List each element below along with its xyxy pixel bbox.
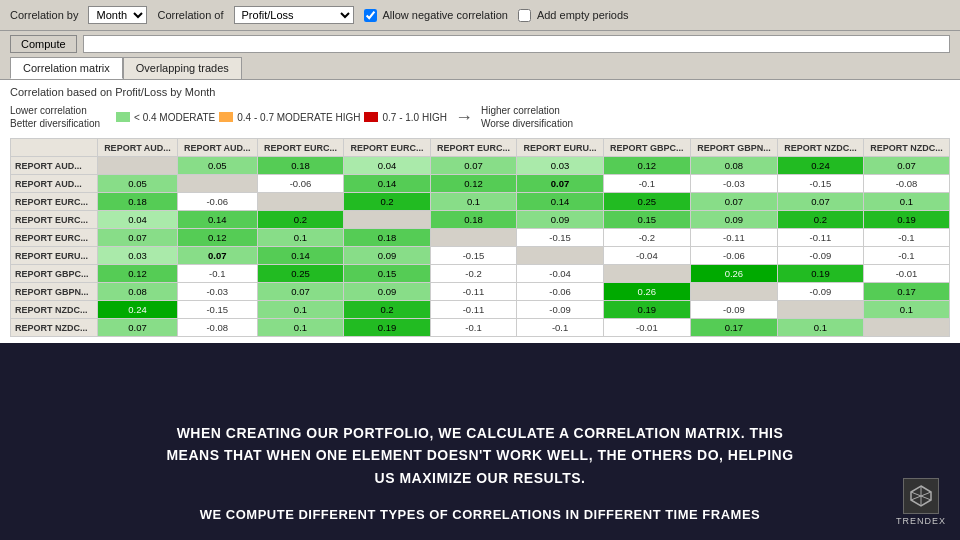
cell-5-1: 0.07 — [98, 229, 178, 247]
cell-1-4: 0.04 — [344, 157, 431, 175]
correlation-matrix-table: REPORT AUD... REPORT AUD... REPORT EURC.… — [10, 138, 950, 337]
cell-6-8: -0.06 — [690, 247, 777, 265]
cell-8-1: 0.08 — [98, 283, 178, 301]
cell-6-10: -0.1 — [863, 247, 949, 265]
cell-2-10: -0.08 — [863, 175, 949, 193]
matrix-header-row: REPORT AUD... REPORT AUD... REPORT EURC.… — [11, 139, 950, 157]
row-label-2: REPORT AUD... — [11, 175, 98, 193]
correlation-of-select[interactable]: Profit/Loss — [234, 6, 354, 24]
cell-10-7: -0.01 — [603, 319, 690, 337]
cell-4-8: 0.09 — [690, 211, 777, 229]
cell-2-3: -0.06 — [257, 175, 344, 193]
cell-2-9: -0.15 — [777, 175, 863, 193]
cell-1-2: 0.05 — [177, 157, 257, 175]
table-row: REPORT NZDC... 0.24 -0.15 0.1 0.2 -0.11 … — [11, 301, 950, 319]
cell-1-1 — [98, 157, 178, 175]
better-diversification-label: Better diversification — [10, 117, 100, 130]
cell-10-4: 0.19 — [344, 319, 431, 337]
cell-6-9: -0.09 — [777, 247, 863, 265]
cell-9-3: 0.1 — [257, 301, 344, 319]
header-nzdc1: REPORT NZDC... — [777, 139, 863, 157]
sub-description-text: WE COMPUTE DIFFERENT TYPES OF CORRELATIO… — [80, 507, 880, 522]
cell-4-3: 0.2 — [257, 211, 344, 229]
row-label-6: REPORT EURU... — [11, 247, 98, 265]
cell-6-6 — [517, 247, 604, 265]
lower-correlation-label: Lower correlation — [10, 104, 100, 117]
cell-10-8: 0.17 — [690, 319, 777, 337]
row-label-4: REPORT EURC... — [11, 211, 98, 229]
correlation-subtitle: Correlation based on Profit/Loss by Mont… — [10, 86, 950, 98]
cell-9-1: 0.24 — [98, 301, 178, 319]
logo-icon — [903, 478, 939, 514]
toolbar-row2: Compute — [0, 31, 960, 57]
cell-10-3: 0.1 — [257, 319, 344, 337]
cell-8-3: 0.07 — [257, 283, 344, 301]
worse-diversification-label: Worse diversification — [481, 117, 573, 130]
cell-7-4: 0.15 — [344, 265, 431, 283]
cell-5-7: -0.2 — [603, 229, 690, 247]
table-row: REPORT AUD... 0.05 0.18 0.04 0.07 0.03 0… — [11, 157, 950, 175]
table-row: REPORT GBPC... 0.12 -0.1 0.25 0.15 -0.2 … — [11, 265, 950, 283]
allow-negative-checkbox[interactable] — [364, 9, 377, 22]
table-row: REPORT EURC... 0.07 0.12 0.1 0.18 -0.15 … — [11, 229, 950, 247]
cell-8-5: -0.11 — [430, 283, 517, 301]
cell-6-7: -0.04 — [603, 247, 690, 265]
legend-modhigh-box — [219, 112, 233, 122]
header-eurc3: REPORT EURC... — [430, 139, 517, 157]
cell-8-2: -0.03 — [177, 283, 257, 301]
legend-high-label: 0.7 - 1.0 HIGH — [382, 112, 446, 123]
tab-correlation-matrix[interactable]: Correlation matrix — [10, 57, 123, 79]
legend: Lower correlation Better diversification… — [10, 104, 950, 130]
cell-10-2: -0.08 — [177, 319, 257, 337]
header-aud1: REPORT AUD... — [98, 139, 178, 157]
cell-5-9: -0.11 — [777, 229, 863, 247]
cell-1-10: 0.07 — [863, 157, 949, 175]
header-nzdc2: REPORT NZDC... — [863, 139, 949, 157]
cell-4-7: 0.15 — [603, 211, 690, 229]
logo-text: TRENDEX — [896, 516, 946, 526]
cell-5-3: 0.1 — [257, 229, 344, 247]
cell-1-3: 0.18 — [257, 157, 344, 175]
legend-moderate-label: < 0.4 MODERATE — [134, 112, 215, 123]
table-row: REPORT EURU... 0.03 0.07 0.14 0.09 -0.15… — [11, 247, 950, 265]
cell-2-4: 0.14 — [344, 175, 431, 193]
cell-5-8: -0.11 — [690, 229, 777, 247]
cell-6-5: -0.15 — [430, 247, 517, 265]
cell-2-6: 0.07 — [517, 175, 604, 193]
cell-9-10: 0.1 — [863, 301, 949, 319]
header-euru: REPORT EURU... — [517, 139, 604, 157]
cell-7-3: 0.25 — [257, 265, 344, 283]
cell-7-9: 0.19 — [777, 265, 863, 283]
add-empty-checkbox[interactable] — [518, 9, 531, 22]
cell-4-9: 0.2 — [777, 211, 863, 229]
cell-1-8: 0.08 — [690, 157, 777, 175]
correlation-by-select[interactable]: Month — [88, 6, 147, 24]
row-label-3: REPORT EURC... — [11, 193, 98, 211]
cell-1-9: 0.24 — [777, 157, 863, 175]
cell-3-2: -0.06 — [177, 193, 257, 211]
header-eurc2: REPORT EURC... — [344, 139, 431, 157]
add-empty-label[interactable]: Add empty periods — [518, 9, 629, 22]
main-description-text: WHEN CREATING OUR PORTFOLIO, WE CALCULAT… — [80, 422, 880, 489]
allow-negative-label[interactable]: Allow negative correlation — [364, 9, 508, 22]
compute-button[interactable]: Compute — [10, 35, 77, 53]
toolbar-row1: Correlation by Month Correlation of Prof… — [0, 0, 960, 31]
row-label-10: REPORT NZDC... — [11, 319, 98, 337]
cell-10-9: 0.1 — [777, 319, 863, 337]
cell-5-10: -0.1 — [863, 229, 949, 247]
cell-7-10: -0.01 — [863, 265, 949, 283]
row-label-8: REPORT GBPN... — [11, 283, 98, 301]
cell-9-6: -0.09 — [517, 301, 604, 319]
cell-6-2: 0.07 — [177, 247, 257, 265]
tabs-bar: Correlation matrix Overlapping trades — [0, 57, 960, 80]
cell-4-5: 0.18 — [430, 211, 517, 229]
cell-9-2: -0.15 — [177, 301, 257, 319]
cell-1-6: 0.03 — [517, 157, 604, 175]
cell-3-5: 0.1 — [430, 193, 517, 211]
cell-2-7: -0.1 — [603, 175, 690, 193]
cell-6-4: 0.09 — [344, 247, 431, 265]
cell-10-5: -0.1 — [430, 319, 517, 337]
cell-9-5: -0.11 — [430, 301, 517, 319]
content-area: Correlation based on Profit/Loss by Mont… — [0, 80, 960, 343]
tab-overlapping-trades[interactable]: Overlapping trades — [123, 57, 242, 79]
